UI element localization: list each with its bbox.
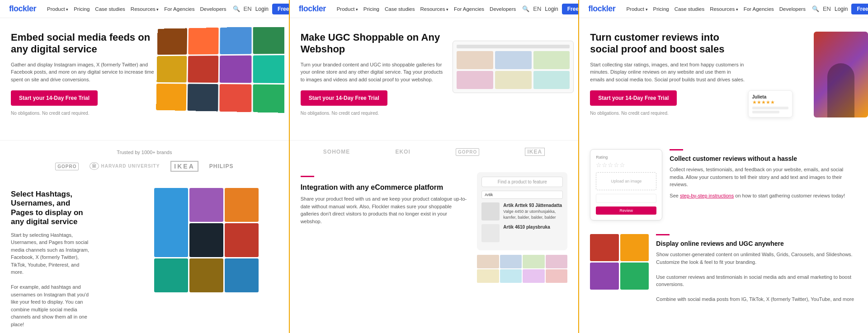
hero-cta-1[interactable]: Start your 14-Day Free Trial — [11, 90, 98, 106]
collect-link-text: See step-by-step instructions on how to … — [670, 192, 857, 200]
brand-ekoi: EKOI — [395, 149, 410, 155]
collect-section-3: Rating ☆☆☆☆☆ Upload an image Review Coll… — [579, 140, 868, 230]
logo-panel-2[interactable]: flockler — [299, 4, 326, 14]
display-section-3: Display online reviews and UGC anywhere … — [579, 230, 868, 316]
collect-content: Collect customer reviews without a hassl… — [670, 149, 857, 203]
hero-content-1: Embed social media feeds on any digital … — [11, 32, 158, 117]
nav-panel-2: flockler Product Pricing Case studies Re… — [290, 0, 579, 18]
nav-agencies-1[interactable]: For Agencies — [164, 6, 194, 12]
trial-button-2[interactable]: Free Trial — [562, 4, 580, 14]
grid-cell-8 — [253, 55, 284, 83]
accent-bar-display — [656, 234, 670, 235]
search-icon-1[interactable]: 🔍 — [233, 5, 240, 12]
login-button-1[interactable]: Login — [255, 6, 269, 12]
catalog-mock-container: Find a product to feature Artik Artik Ar… — [477, 172, 567, 283]
nav-developers-1[interactable]: Developers — [200, 6, 226, 12]
sg-cell-3 — [523, 255, 545, 268]
review-form-mock: Rating ☆☆☆☆☆ Upload an image Review — [590, 149, 662, 220]
hero-cta-2[interactable]: Start your 14-Day Free Trial — [301, 90, 387, 106]
catalog-search-input[interactable]: Artik — [481, 191, 563, 199]
brand-logos-2: SOHOME EKOI GoPro IKEA — [290, 140, 579, 163]
display-content: Display online reviews and UGC anywhere … — [656, 234, 857, 307]
grid-cell-3 — [220, 27, 252, 54]
hero-note-3: No obligations. No credit card required. — [590, 111, 668, 116]
nav-developers-3[interactable]: Developers — [779, 6, 806, 12]
collect-title: Collect customer reviews without a hassl… — [670, 155, 857, 162]
catalog-mock: Find a product to feature Artik Artik Ar… — [477, 172, 567, 250]
person-silhouette — [827, 63, 854, 117]
mosaic-cell-7 — [189, 258, 223, 292]
trusted-section-1: Trusted by 1000+ brands GoPro 🏛HARVARD U… — [0, 140, 289, 179]
lang-icon-1[interactable]: EN — [244, 5, 252, 12]
grid-cell-6 — [188, 56, 218, 83]
hero-title-2: Make UGC Shoppable on Any Webshop — [301, 32, 448, 56]
panel-1: flockler Product Pricing Case studies Re… — [0, 0, 290, 333]
step-by-step-link[interactable]: step-by-step instructions — [680, 193, 734, 198]
rf-textarea[interactable] — [596, 194, 656, 203]
lang-icon-3[interactable]: EN — [823, 5, 831, 12]
bottom-section-2: Integration with any eCommerce platform … — [290, 163, 579, 292]
nav-product-2[interactable]: Product — [337, 6, 358, 12]
brand-philips-1: PHILIPS — [209, 163, 234, 169]
bottom-desc-1: Start by selecting Hashtags, Usernames, … — [11, 231, 92, 328]
nav-agencies-3[interactable]: For Agencies — [744, 6, 774, 12]
search-icon-2[interactable]: 🔍 — [522, 5, 529, 12]
nav-resources-1[interactable]: Resources — [131, 6, 159, 12]
lang-icon-2[interactable]: EN — [533, 5, 541, 12]
hero-desc-3: Start collecting star ratings, images, a… — [590, 61, 745, 84]
rf-rating-label: Rating — [596, 155, 656, 159]
nav-developers-2[interactable]: Developers — [490, 6, 516, 12]
rf-upload-area: Upload an image — [596, 172, 656, 190]
nav-pricing-3[interactable]: Pricing — [653, 6, 669, 12]
catalog-search: Find a product to feature — [481, 177, 563, 187]
sg-cell-8 — [546, 269, 568, 283]
sg-cell-5 — [477, 269, 499, 283]
panels-container: flockler Product Pricing Case studies Re… — [0, 0, 868, 333]
mosaic-cell-6 — [154, 258, 188, 292]
login-button-3[interactable]: Login — [835, 6, 848, 12]
sg-cell-6 — [500, 269, 522, 283]
grid-cell-10 — [187, 84, 218, 112]
grid-cell-1 — [157, 28, 187, 55]
display-title: Display online reviews and UGC anywhere — [656, 240, 857, 247]
rf-stars: ☆☆☆☆☆ — [596, 161, 656, 169]
login-button-2[interactable]: Login — [545, 6, 558, 12]
grid-cell-12 — [253, 84, 284, 113]
logo-panel-3[interactable]: flockler — [588, 4, 615, 14]
hero-content-2: Make UGC Shoppable on Any Webshop Turn y… — [301, 32, 448, 117]
nav-casestudies-3[interactable]: Case studies — [675, 6, 704, 12]
nav-pricing-1[interactable]: Pricing — [74, 6, 90, 12]
nav-resources-3[interactable]: Resources — [710, 6, 738, 12]
logo-panel-1[interactable]: flockler — [9, 4, 36, 14]
nav-resources-2[interactable]: Resources — [420, 6, 448, 12]
review-form-container: Rating ☆☆☆☆☆ Upload an image Review — [590, 149, 662, 220]
trial-button-1[interactable]: Free Trial — [272, 4, 290, 14]
nav-links-panel-3: Product Pricing Case studies Resources F… — [626, 6, 806, 12]
hashtag-mosaic-1 — [154, 188, 284, 294]
hero-image-2 — [453, 41, 574, 93]
nav-product-1[interactable]: Product — [47, 6, 68, 12]
hero-note-2: No obligations. No credit card required. — [301, 111, 379, 116]
nav-casestudies-2[interactable]: Case studies — [385, 6, 415, 12]
hero-desc-1: Gather and display Instagram images, X (… — [11, 61, 158, 84]
nav-casestudies-1[interactable]: Case studies — [95, 6, 125, 12]
grid-cell-5 — [157, 56, 187, 83]
bottom-text-2: Integration with any eCommerce platform … — [301, 172, 468, 225]
search-icon-3[interactable]: 🔍 — [812, 5, 819, 12]
photo-wall — [590, 234, 649, 290]
brand-ikea-2: IKEA — [525, 148, 545, 156]
brand-ikea-1: IKEA — [170, 163, 198, 170]
trial-button-3[interactable]: Free Trial — [851, 4, 868, 14]
brand-logos-1: GoPro 🏛HARVARD UNIVERSITY IKEA PHILIPS — [11, 162, 278, 170]
mosaic-cell-large-1 — [154, 188, 188, 257]
hero-title-1: Embed social media feeds on any digital … — [11, 32, 158, 56]
rf-submit-btn[interactable]: Review — [596, 206, 656, 215]
nav-panel-3: flockler Product Pricing Case studies Re… — [579, 0, 868, 18]
hero-cta-3[interactable]: Start your 14-Day Free Trial — [590, 90, 677, 106]
catalog-item-2: Artik 4610 playsbruka — [481, 224, 563, 242]
nav-pricing-2[interactable]: Pricing — [363, 6, 379, 12]
product-cell-5 — [495, 71, 532, 89]
nav-product-3[interactable]: Product — [626, 6, 647, 12]
browser-mock-2 — [453, 41, 574, 93]
nav-agencies-2[interactable]: For Agencies — [454, 6, 484, 12]
